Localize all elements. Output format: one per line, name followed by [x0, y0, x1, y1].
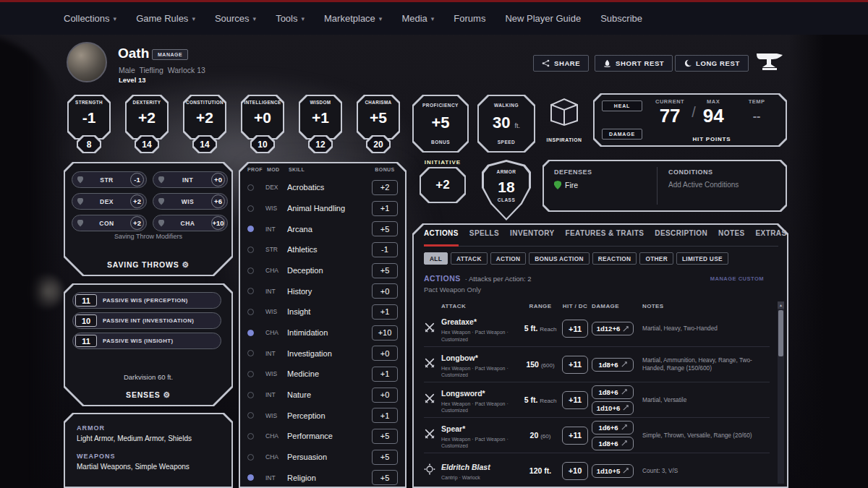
- ability-box[interactable]: DEXTERITY +2 14: [125, 95, 169, 157]
- damage-button[interactable]: 1d12+6: [592, 322, 634, 335]
- temp-hp-value[interactable]: --: [749, 105, 765, 128]
- inspiration-box[interactable]: INSPIRATION: [541, 95, 587, 153]
- content-tab[interactable]: FEATURES & TRAITS: [566, 229, 644, 246]
- gear-icon[interactable]: ⚙: [163, 390, 171, 399]
- saving-throw-pill[interactable]: CON +2: [72, 215, 147, 231]
- initiative-box[interactable]: +2: [420, 167, 466, 203]
- ability-box[interactable]: CHARISMA +5 20: [357, 95, 400, 157]
- skill-bonus[interactable]: +5: [372, 221, 398, 236]
- skill-row[interactable]: INT Nature +0: [239, 385, 407, 406]
- heal-button[interactable]: HEAL: [602, 100, 642, 111]
- nav-item[interactable]: Tools ▾: [276, 13, 305, 24]
- skill-bonus[interactable]: +0: [372, 346, 398, 361]
- skill-row[interactable]: INT History +0: [239, 281, 407, 301]
- skill-row[interactable]: INT Investigation +0: [239, 343, 407, 364]
- skill-row[interactable]: CHA Deception +5: [239, 260, 407, 281]
- skill-bonus[interactable]: +0: [372, 283, 398, 299]
- walking-speed-box[interactable]: WALKING 30 ft. SPEED: [477, 95, 535, 153]
- skill-bonus[interactable]: +5: [372, 450, 398, 465]
- ability-box[interactable]: CONSTITUTION +2 14: [183, 95, 226, 157]
- damage-button-versatile[interactable]: 1d8+6: [592, 437, 634, 450]
- saving-throw-pill[interactable]: WIS +6: [153, 193, 228, 210]
- skill-row[interactable]: STR Athletics -1: [239, 239, 407, 260]
- saving-throw-pill[interactable]: STR -1: [72, 171, 147, 188]
- ability-score-chip[interactable]: 20: [366, 135, 391, 153]
- content-tab[interactable]: EXTRAS: [756, 229, 787, 246]
- skill-bonus[interactable]: +5: [372, 429, 398, 444]
- damage-button[interactable]: 1d8+6: [592, 358, 634, 372]
- avatar[interactable]: [67, 42, 107, 82]
- proficiency-bonus-box[interactable]: PROFICIENCY +5 BONUS: [412, 95, 469, 153]
- short-rest-button[interactable]: SHORT REST: [595, 55, 673, 72]
- ability-box[interactable]: WISDOM +1 12: [299, 95, 342, 157]
- scrollbar[interactable]: ▲: [778, 301, 784, 484]
- hit-bonus-button[interactable]: +11: [562, 391, 588, 409]
- nav-item[interactable]: Sources ▾: [215, 13, 256, 24]
- filter-button[interactable]: OTHER: [639, 252, 673, 265]
- skill-bonus[interactable]: +1: [372, 408, 398, 423]
- skill-row[interactable]: WIS Perception +1: [239, 405, 407, 426]
- nav-item[interactable]: New Player Guide ▾: [505, 13, 581, 24]
- nav-item[interactable]: Media ▾: [401, 13, 434, 24]
- share-button[interactable]: SHARE: [533, 55, 589, 72]
- skill-row[interactable]: WIS Animal Handling +1: [239, 198, 407, 219]
- filter-button[interactable]: ACTION: [490, 252, 527, 265]
- content-tab[interactable]: NOTES: [718, 229, 744, 246]
- add-conditions-link[interactable]: Add Active Conditions: [668, 181, 786, 189]
- nav-item[interactable]: Subscribe ▾: [600, 13, 642, 24]
- hit-bonus-button[interactable]: +10: [562, 462, 588, 480]
- filter-button[interactable]: ALL: [424, 252, 448, 265]
- filter-button[interactable]: ATTACK: [451, 252, 488, 265]
- skill-bonus[interactable]: +5: [372, 263, 398, 278]
- skill-row[interactable]: DEX Acrobatics +2: [239, 177, 407, 198]
- saving-throw-pill[interactable]: INT +0: [153, 171, 228, 188]
- skill-bonus[interactable]: +1: [372, 201, 398, 216]
- ability-score-chip[interactable]: 14: [192, 135, 217, 153]
- skill-bonus[interactable]: +0: [372, 388, 398, 403]
- skill-row[interactable]: WIS Insight +1: [239, 301, 407, 322]
- nav-item[interactable]: Collections ▾: [64, 13, 116, 24]
- filter-button[interactable]: LIMITED USE: [676, 252, 728, 265]
- ability-box[interactable]: STRENGTH -1 8: [67, 95, 111, 157]
- content-tab[interactable]: ACTIONS: [424, 229, 459, 246]
- damage-button[interactable]: 1d10+5: [592, 464, 634, 478]
- manage-custom-link[interactable]: MANAGE CUSTOM: [710, 275, 764, 282]
- skill-row[interactable]: WIS Medicine +1: [239, 364, 407, 385]
- anvil-icon[interactable]: [754, 48, 786, 74]
- filter-button[interactable]: REACTION: [592, 252, 637, 265]
- current-hp-value[interactable]: 77: [655, 105, 684, 127]
- filter-button[interactable]: BONUS ACTION: [529, 252, 589, 265]
- hit-bonus-button[interactable]: +11: [562, 320, 588, 338]
- skill-bonus[interactable]: +2: [372, 180, 398, 195]
- skill-bonus[interactable]: +1: [372, 367, 398, 382]
- damage-button[interactable]: 1d6+6: [592, 421, 634, 435]
- skill-row[interactable]: CHA Performance +5: [239, 426, 407, 447]
- skill-bonus[interactable]: -1: [372, 242, 398, 257]
- skill-row[interactable]: INT Religion +5: [239, 467, 407, 488]
- skill-bonus[interactable]: +1: [372, 304, 398, 320]
- damage-button-versatile[interactable]: 1d10+6: [592, 401, 634, 415]
- gear-icon[interactable]: ⚙: [182, 260, 190, 269]
- nav-item[interactable]: Marketplace ▾: [324, 13, 382, 24]
- nav-item[interactable]: Game Rules ▾: [136, 13, 195, 24]
- long-rest-button[interactable]: LONG REST: [675, 55, 749, 72]
- skill-bonus[interactable]: +10: [372, 325, 398, 341]
- nav-item[interactable]: Forums ▾: [454, 13, 485, 24]
- damage-button[interactable]: 1d8+6: [592, 385, 634, 399]
- saving-throw-pill[interactable]: CHA +10: [153, 215, 228, 231]
- skill-bonus[interactable]: +5: [372, 470, 398, 485]
- skill-row[interactable]: CHA Intimidation +10: [239, 322, 407, 343]
- ability-box[interactable]: INTELLIGENCE +0 10: [241, 95, 284, 157]
- skill-row[interactable]: CHA Persuasion +5: [239, 447, 407, 468]
- content-tab[interactable]: SPELLS: [469, 229, 499, 246]
- ability-score-chip[interactable]: 10: [250, 135, 275, 153]
- saving-throw-pill[interactable]: DEX +2: [72, 193, 147, 210]
- ability-score-chip[interactable]: 12: [308, 135, 333, 153]
- ability-score-chip[interactable]: 8: [77, 135, 101, 153]
- content-tab[interactable]: DESCRIPTION: [655, 229, 707, 246]
- hit-bonus-button[interactable]: +11: [562, 427, 588, 445]
- manage-button[interactable]: MANAGE: [152, 49, 188, 60]
- content-tab[interactable]: INVENTORY: [510, 229, 554, 246]
- hit-bonus-button[interactable]: +11: [562, 356, 588, 374]
- scrollbar-up-arrow[interactable]: ▲: [778, 301, 784, 309]
